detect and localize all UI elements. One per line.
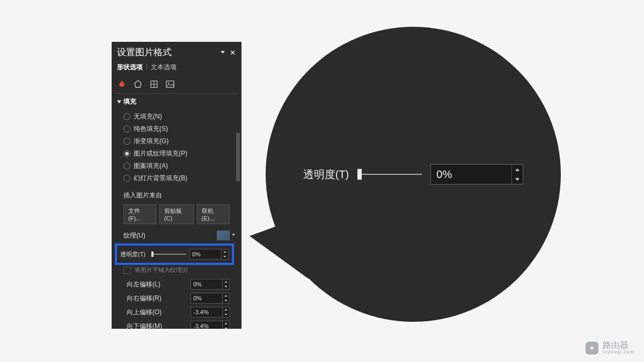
scrollbar-thumb[interactable]	[236, 133, 240, 181]
fill-option-slide-bg[interactable]: 幻灯片背景填充(B)	[123, 172, 230, 184]
transparency-spinner[interactable]: 0%	[189, 249, 229, 260]
svg-point-5	[168, 83, 170, 84]
radio-icon	[123, 175, 130, 182]
spinner-up-icon[interactable]	[222, 249, 228, 254]
panel-menu-icon[interactable]	[221, 51, 225, 54]
svg-marker-0	[135, 80, 141, 87]
transparency-value[interactable]: 0%	[190, 249, 221, 259]
radio-label: 幻灯片背景填充(B)	[134, 174, 187, 183]
callout-transparency-label: 透明度(T)	[303, 167, 349, 182]
radio-label: 图片或纹理填充(P)	[134, 149, 187, 158]
offset-rows: 向左偏移(L) 0% 向右偏移(R) 0% 向上偏移(O) -3.4%	[112, 276, 235, 329]
radio-icon	[123, 113, 130, 120]
fill-option-no-fill[interactable]: 无填充(N)	[123, 110, 230, 123]
radio-label: 纯色填充(S)	[134, 124, 168, 134]
category-icons	[112, 76, 241, 93]
panel-body: 填充 无填充(N) 纯色填充(S) 渐变填充(G) 图片或纹理填充(P) 图案填…	[112, 94, 241, 329]
transparency-label: 透明度(T)	[120, 250, 148, 258]
watermark-text: 路由器	[603, 341, 634, 350]
fill-line-icon[interactable]	[117, 79, 127, 89]
offset-left-row: 向左偏移(L) 0%	[127, 277, 230, 291]
file-button[interactable]: 文件(F)...	[123, 204, 156, 224]
tab-separator: |	[146, 63, 148, 73]
offset-bottom-spinner[interactable]: -3.4%	[191, 321, 230, 329]
transparency-slider[interactable]	[151, 250, 186, 258]
radio-label: 无填充(N)	[134, 112, 162, 121]
texture-label: 纹理(U)	[123, 231, 145, 240]
texture-picker[interactable]	[217, 231, 230, 240]
picture-icon[interactable]	[165, 79, 175, 89]
callout-transparency-slider[interactable]	[357, 168, 422, 181]
offset-bottom-label: 向下偏移(M)	[127, 322, 162, 329]
transparency-highlight: 透明度(T) 0%	[115, 243, 234, 265]
effects-icon[interactable]	[133, 79, 143, 89]
offset-left-spinner[interactable]: 0%	[191, 279, 230, 290]
chevron-down-icon	[117, 100, 121, 104]
panel-header: 设置图片格式 ×	[112, 42, 241, 61]
fill-option-picture-texture[interactable]: 图片或纹理填充(P)	[123, 147, 230, 160]
offset-right-label: 向右偏移(R)	[127, 294, 162, 303]
option-tabs: 形状选项 | 文本选项	[112, 61, 241, 76]
offset-top-spinner[interactable]: -3.4%	[191, 307, 230, 317]
watermark-subtext: luyouqi.com	[603, 350, 634, 354]
radio-label: 图案填充(A)	[134, 161, 168, 171]
fill-section-header[interactable]: 填充	[112, 94, 235, 109]
insert-buttons: 文件(F)... 剪贴板(C) 联机(E)...	[112, 202, 235, 227]
watermark-icon: ✦	[586, 342, 598, 354]
offset-top-label: 向上偏移(O)	[127, 308, 162, 317]
spinner-arrows[interactable]	[221, 249, 228, 259]
offset-top-row: 向上偏移(O) -3.4%	[127, 305, 230, 319]
online-button[interactable]: 联机(E)...	[197, 204, 230, 224]
fill-options: 无填充(N) 纯色填充(S) 渐变填充(G) 图片或纹理填充(P) 图案填充(A…	[112, 109, 235, 188]
panel-header-controls: ×	[221, 48, 236, 57]
radio-icon	[123, 162, 130, 169]
fill-option-pattern[interactable]: 图案填充(A)	[123, 160, 230, 172]
offset-left-label: 向左偏移(L)	[127, 280, 160, 289]
offset-right-value[interactable]: 0%	[191, 293, 222, 303]
fill-option-solid[interactable]: 纯色填充(S)	[123, 123, 230, 135]
clipboard-button[interactable]: 剪贴板(C)	[159, 204, 194, 224]
callout-bubble: 透明度(T) 0%	[266, 27, 561, 322]
spinner-down-icon[interactable]	[222, 254, 228, 259]
watermark: ✦ 路由器 luyouqi.com	[586, 341, 634, 354]
size-properties-icon[interactable]	[149, 79, 159, 89]
callout-spinner-arrows[interactable]	[511, 165, 523, 184]
close-icon[interactable]: ×	[230, 48, 235, 57]
texture-row: 纹理(U)	[112, 227, 235, 241]
callout-transparency-value[interactable]: 0%	[431, 165, 511, 184]
offset-bottom-value[interactable]: -3.4%	[191, 321, 222, 329]
fill-section-label: 填充	[123, 97, 136, 106]
tab-text-options[interactable]: 文本选项	[151, 63, 177, 73]
radio-label: 渐变填充(G)	[134, 137, 169, 146]
offset-bottom-row: 向下偏移(M) -3.4%	[127, 319, 230, 329]
transparency-row: 透明度(T) 0%	[119, 248, 230, 261]
tab-shape-options[interactable]: 形状选项	[117, 63, 143, 73]
offset-top-value[interactable]: -3.4%	[191, 307, 222, 317]
tile-label: 将图片平铺为纹理(I)	[135, 267, 187, 273]
panel-scrollbar[interactable]	[236, 133, 240, 329]
callout-transparency-spinner[interactable]: 0%	[430, 164, 523, 184]
insert-from-label: 插入图片来自	[112, 188, 235, 202]
spinner-down-icon[interactable]	[512, 174, 523, 184]
callout-content: 透明度(T) 0%	[303, 164, 524, 184]
tile-checkbox-row[interactable]: 将图片平铺为纹理(I)	[112, 265, 235, 275]
radio-icon	[123, 125, 130, 132]
radio-icon	[123, 150, 130, 157]
offset-right-spinner[interactable]: 0%	[191, 293, 230, 304]
panel-title: 设置图片格式	[117, 46, 172, 58]
format-picture-panel: 设置图片格式 × 形状选项 | 文本选项 填充	[112, 42, 241, 329]
offset-right-row: 向右偏移(R) 0%	[127, 291, 230, 305]
offset-left-value[interactable]: 0%	[191, 279, 222, 289]
spinner-up-icon[interactable]	[512, 165, 523, 174]
radio-icon	[123, 138, 130, 145]
fill-option-gradient[interactable]: 渐变填充(G)	[123, 135, 230, 147]
